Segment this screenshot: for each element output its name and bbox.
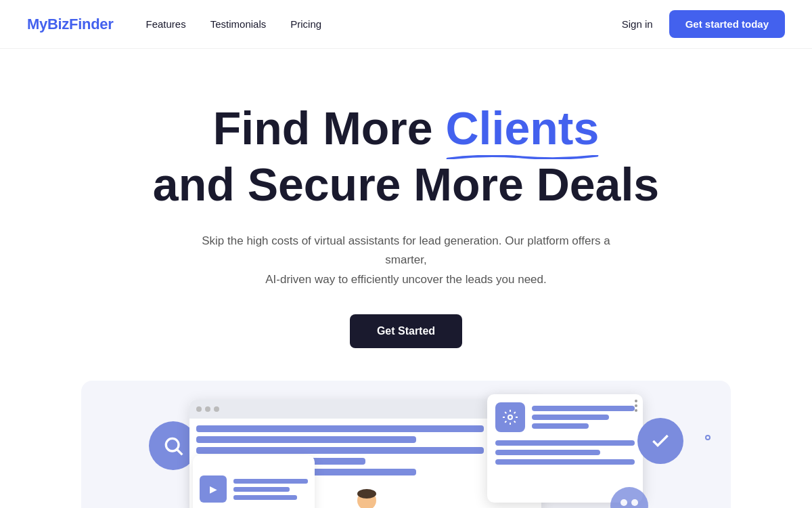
navbar: MyBizFinder Features Testimonials Pricin… [0,0,812,49]
hero-title-plain: Find More [213,102,446,154]
nav-item-features[interactable]: Features [146,18,186,30]
play-card-lines [233,479,308,500]
hero-desc-line1: Skip the high costs of virtual assistant… [202,234,610,267]
menu-dot-3 [635,409,637,412]
check-icon-circle [637,418,683,464]
browser-dot-2 [205,406,210,412]
browser-dot-1 [196,406,202,412]
settings-line-3 [532,423,589,429]
nav-link-testimonials[interactable]: Testimonials [210,18,267,30]
settings-line-2 [532,415,609,420]
settings-bottom-lines [495,440,635,465]
hero-title-line1: Find More Clients [213,103,599,154]
svg-point-5 [357,489,376,499]
play-line-3 [233,495,297,500]
play-button-icon: ▶ [200,475,227,503]
hero-section: Find More Clients and Secure More Deals … [0,49,812,508]
nav-link-features[interactable]: Features [146,18,186,30]
browser-bar-2 [196,436,416,443]
sign-in-button[interactable]: Sign in [622,18,653,30]
svg-point-0 [166,439,179,452]
nav-left: MyBizFinder Features Testimonials Pricin… [27,16,321,33]
browser-bar-3 [196,447,484,454]
nav-item-testimonials[interactable]: Testimonials [210,18,267,30]
hero-desc-line2: AI-driven way to efficiently uncover the… [265,273,546,286]
hero-title-blue: Clients [446,103,600,154]
svg-point-8 [631,499,638,506]
settings-line-6 [495,459,635,465]
settings-lines [532,406,635,429]
settings-line-1 [532,406,635,411]
three-dot-menu [635,400,637,412]
nav-item-pricing[interactable]: Pricing [290,18,321,30]
get-started-top-button[interactable]: Get started today [669,10,785,38]
hero-cta-button[interactable]: Get Started [350,314,462,348]
menu-dot-2 [635,404,637,407]
logo: MyBizFinder [27,16,114,33]
logo-suffix: Finder [69,16,113,33]
play-card: ▶ [193,455,315,508]
person-figure [348,486,386,508]
hero-title-line2: and Secure More Deals [153,159,659,210]
settings-line-4 [495,440,635,446]
face-circle-icon [609,486,650,508]
hero-illustration: ▶ [81,381,731,508]
play-line-1 [233,479,308,484]
svg-point-7 [621,499,627,506]
nav-right: Sign in Get started today [622,10,785,38]
svg-line-1 [177,450,182,454]
menu-dot-1 [635,400,637,402]
nav-link-pricing[interactable]: Pricing [290,18,321,30]
play-line-2 [233,487,290,492]
hero-description: Skip the high costs of virtual assistant… [189,232,623,291]
settings-panel-top [495,402,635,432]
nav-links: Features Testimonials Pricing [146,18,322,30]
svg-point-6 [610,487,648,508]
browser-dot-3 [214,406,219,412]
browser-bar-1 [196,425,484,432]
right-dot-2 [705,435,710,440]
logo-prefix: MyBiz [27,16,69,33]
gear-icon [495,402,525,432]
settings-line-5 [495,450,600,455]
svg-point-2 [508,415,512,419]
